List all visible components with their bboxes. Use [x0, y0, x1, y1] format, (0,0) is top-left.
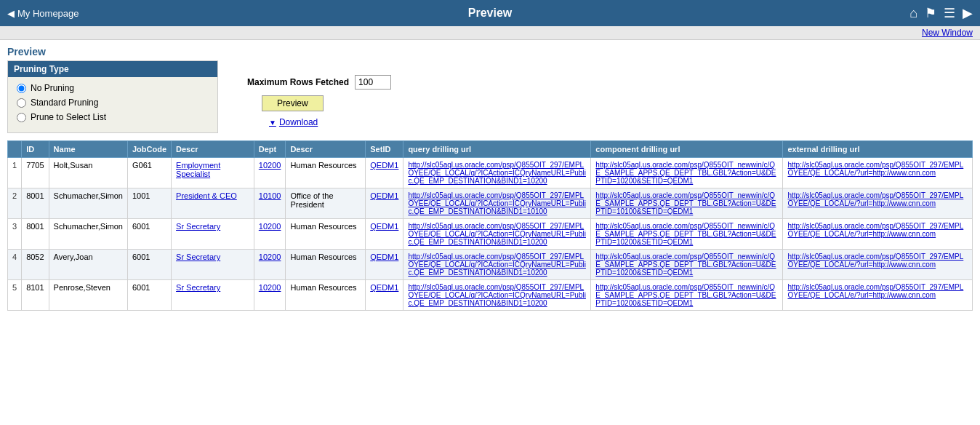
new-window-link[interactable]: New Window [922, 28, 973, 38]
download-arrow-icon: ▼ [269, 119, 276, 127]
cell-component-url[interactable]: http://slc05aql.us.oracle.com/psp/Q855OI… [591, 158, 783, 188]
pruning-type-box: Pruning Type No Pruning Standard Pruning… [7, 60, 218, 133]
settings-icon[interactable]: ▶ [963, 5, 973, 21]
cell-descr1[interactable]: Employment Specialist [172, 158, 254, 188]
cell-query-url[interactable]: http://slc05aql.us.oracle.com/psp/Q855OI… [403, 219, 591, 250]
col-name: Name [49, 141, 127, 158]
cell-jobcode: 6001 [128, 280, 172, 311]
cell-id: 8052 [22, 250, 49, 280]
table-row: 4 8052 Avery,Joan 6001 Sr Secretary 1020… [8, 250, 973, 280]
header-title: Preview [468, 7, 512, 20]
cell-id: 8001 [22, 188, 49, 219]
table-body: 1 7705 Holt,Susan G061 Employment Specia… [8, 158, 973, 311]
table-row: 1 7705 Holt,Susan G061 Employment Specia… [8, 158, 973, 188]
cell-descr1[interactable]: Sr Secretary [172, 250, 254, 280]
cell-name: Holt,Susan [49, 158, 127, 188]
download-link[interactable]: ▼ Download [269, 117, 318, 127]
table-header: ID Name JobCode Descr Dept Descr SetID q… [8, 141, 973, 158]
back-to-homepage[interactable]: ◀ My Homepage [7, 8, 79, 19]
cell-dept[interactable]: 10200 [254, 219, 286, 250]
home-icon[interactable]: ⌂ [909, 6, 917, 21]
pruning-option-select-list: Prune to Select List [17, 112, 209, 122]
cell-dept[interactable]: 10200 [254, 158, 286, 188]
prune-select-list-label: Prune to Select List [31, 112, 106, 122]
col-descr2: Descr [286, 141, 366, 158]
download-label: Download [279, 117, 318, 127]
cell-num: 1 [8, 158, 22, 188]
col-id: ID [22, 141, 49, 158]
no-pruning-label: No Pruning [31, 83, 74, 93]
cell-component-url[interactable]: http://slc05aql.us.oracle.com/psp/Q855OI… [591, 280, 783, 311]
menu-icon[interactable]: ☰ [944, 5, 955, 21]
col-external-url: external drilling url [783, 141, 973, 158]
data-table-container: ID Name JobCode Descr Dept Descr SetID q… [7, 140, 973, 311]
cell-jobcode: G061 [128, 158, 172, 188]
cell-external-url[interactable]: http://slc05aql.us.oracle.com/psp/Q855OI… [783, 250, 973, 280]
col-descr1: Descr [172, 141, 254, 158]
cell-dept[interactable]: 10200 [254, 250, 286, 280]
app-header: ◀ My Homepage Preview ⌂ ⚑ ☰ ▶ [0, 0, 980, 26]
cell-query-url[interactable]: http://slc05aql.us.oracle.com/psp/Q855OI… [403, 188, 591, 219]
flag-icon[interactable]: ⚑ [925, 5, 936, 21]
preview-controls: Maximum Rows Fetched Preview ▼ Download [247, 75, 391, 127]
cell-dept[interactable]: 10200 [254, 280, 286, 311]
preview-button[interactable]: Preview [262, 95, 324, 111]
cell-name: Avery,Joan [49, 250, 127, 280]
cell-descr1[interactable]: Sr Secretary [172, 280, 254, 311]
cell-id: 8101 [22, 280, 49, 311]
cell-query-url[interactable]: http://slc05aql.us.oracle.com/psp/Q855OI… [403, 250, 591, 280]
cell-id: 7705 [22, 158, 49, 188]
cell-descr1[interactable]: President & CEO [172, 188, 254, 219]
cell-setid[interactable]: QEDM1 [366, 280, 403, 311]
max-rows-label: Maximum Rows Fetched [247, 77, 349, 87]
pruning-option-standard: Standard Pruning [17, 98, 209, 108]
cell-jobcode: 6001 [128, 250, 172, 280]
cell-jobcode: 1001 [128, 188, 172, 219]
cell-dept[interactable]: 10100 [254, 188, 286, 219]
cell-num: 4 [8, 250, 22, 280]
cell-setid[interactable]: QEDM1 [366, 158, 403, 188]
results-table: ID Name JobCode Descr Dept Descr SetID q… [7, 140, 973, 311]
radio-no-pruning[interactable] [17, 84, 26, 93]
cell-name: Penrose,Steven [49, 280, 127, 311]
table-row: 3 8001 Schumacher,Simon 6001 Sr Secretar… [8, 219, 973, 250]
radio-standard-pruning[interactable] [17, 98, 26, 108]
cell-external-url[interactable]: http://slc05aql.us.oracle.com/psp/Q855OI… [783, 219, 973, 250]
col-dept: Dept [254, 141, 286, 158]
cell-external-url[interactable]: http://slc05aql.us.oracle.com/psp/Q855OI… [783, 188, 973, 219]
cell-setid[interactable]: QEDM1 [366, 188, 403, 219]
table-row: 2 8001 Schumacher,Simon 1001 President &… [8, 188, 973, 219]
radio-prune-select-list[interactable] [17, 113, 26, 122]
col-setid: SetID [366, 141, 403, 158]
cell-component-url[interactable]: http://slc05aql.us.oracle.com/psp/Q855OI… [591, 219, 783, 250]
max-rows-row: Maximum Rows Fetched [247, 75, 391, 90]
cell-component-url[interactable]: http://slc05aql.us.oracle.com/psp/Q855OI… [591, 188, 783, 219]
cell-dept-descr: Human Resources [286, 280, 366, 311]
pruning-header: Pruning Type [8, 61, 217, 77]
header-icons: ⌂ ⚑ ☰ ▶ [909, 5, 973, 21]
col-component-url: component drilling url [591, 141, 783, 158]
back-arrow-icon: ◀ [7, 8, 15, 19]
cell-descr1[interactable]: Sr Secretary [172, 219, 254, 250]
cell-num: 3 [8, 219, 22, 250]
cell-name: Schumacher,Simon [49, 188, 127, 219]
pruning-body: No Pruning Standard Pruning Prune to Sel… [8, 77, 217, 132]
cell-dept-descr: Human Resources [286, 219, 366, 250]
col-query-url: query drilling url [403, 141, 591, 158]
cell-external-url[interactable]: http://slc05aql.us.oracle.com/psp/Q855OI… [783, 280, 973, 311]
standard-pruning-label: Standard Pruning [31, 98, 98, 108]
cell-setid[interactable]: QEDM1 [366, 250, 403, 280]
homepage-label: My Homepage [17, 8, 79, 19]
cell-num: 2 [8, 188, 22, 219]
cell-query-url[interactable]: http://slc05aql.us.oracle.com/psp/Q855OI… [403, 280, 591, 311]
page-title: Preview [0, 40, 980, 60]
cell-external-url[interactable]: http://slc05aql.us.oracle.com/psp/Q855OI… [783, 158, 973, 188]
cell-id: 8001 [22, 219, 49, 250]
table-row: 5 8101 Penrose,Steven 6001 Sr Secretary … [8, 280, 973, 311]
cell-num: 5 [8, 280, 22, 311]
cell-setid[interactable]: QEDM1 [366, 219, 403, 250]
cell-query-url[interactable]: http://slc05aql.us.oracle.com/psp/Q855OI… [403, 158, 591, 188]
cell-component-url[interactable]: http://slc05aql.us.oracle.com/psp/Q855OI… [591, 250, 783, 280]
max-rows-input[interactable] [355, 75, 391, 90]
col-jobcode: JobCode [128, 141, 172, 158]
